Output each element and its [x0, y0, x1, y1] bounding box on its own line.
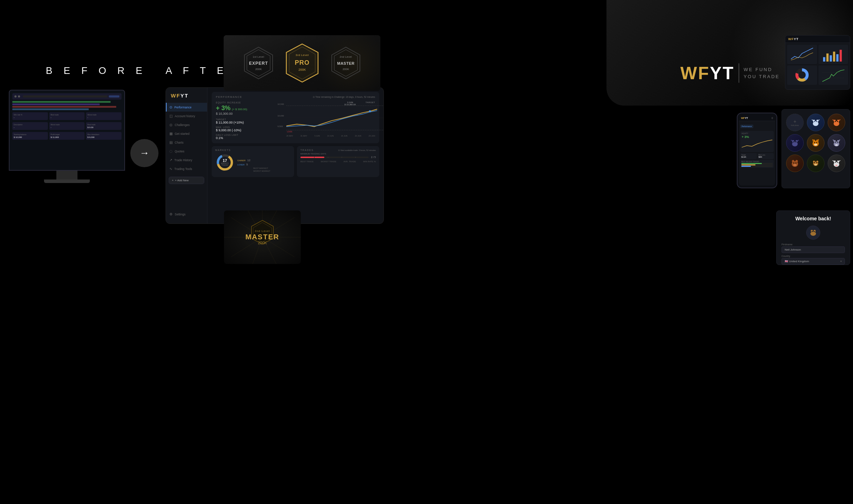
svg-point-105 [810, 232, 816, 236]
avatar-bear[interactable] [786, 155, 804, 172]
svg-point-85 [816, 162, 817, 163]
performance-section: PERFORMANCE ⊙ Time remaining in Challeng… [212, 92, 379, 143]
svg-point-49 [837, 121, 838, 122]
y-low: 9,500 [278, 125, 283, 127]
country-input[interactable]: 🇬🇧 United Kingdom ▾ [782, 258, 845, 265]
svg-point-78 [796, 163, 797, 164]
svg-text:200K: 200K [298, 68, 306, 71]
country-flag: 🇬🇧 [785, 260, 788, 263]
svg-point-91 [835, 165, 838, 166]
svg-point-48 [835, 121, 836, 122]
svg-rect-37 [822, 67, 844, 83]
y-high: 10,500 [278, 103, 284, 105]
svg-rect-30 [836, 54, 838, 62]
brand-tagline-2: YOU TRADE [743, 73, 780, 80]
settings-button[interactable]: ⚙ Settings [166, 210, 207, 219]
svg-point-59 [814, 142, 815, 143]
time-remaining: ⊙ Time remaining in Challenge: 19 days, … [313, 96, 375, 99]
avatar-dark-bull[interactable] [786, 134, 804, 152]
win-rate-label: WIN RATE % [363, 160, 376, 163]
challenges-label: Challenges [175, 123, 190, 127]
avatar-grid: + Add photo [782, 109, 850, 188]
sidebar-item-get-started[interactable]: ▦ Get started [166, 129, 207, 138]
settings-icon: ⚙ [169, 212, 173, 216]
sidebar-item-performance[interactable]: ⊙ Performance [166, 103, 207, 112]
svg-point-108 [812, 231, 812, 232]
add-new-button[interactable]: + + Add New [169, 177, 204, 184]
svg-text:PRO: PRO [294, 59, 309, 66]
svg-rect-26 [823, 57, 825, 62]
svg-point-70 [837, 142, 838, 143]
avatar-tiger[interactable] [807, 134, 824, 152]
svg-point-54 [796, 141, 797, 143]
arrow-button[interactable]: → [130, 139, 158, 167]
quotes-label: Quotes [175, 150, 184, 153]
svg-rect-24 [791, 46, 813, 63]
equity-percent: + 3% [216, 105, 231, 112]
equity-label: EQUITY INCREASE [216, 101, 278, 104]
daily-loss-value: 0.1% [216, 136, 278, 140]
svg-rect-27 [826, 53, 828, 62]
sidebar-item-account-history[interactable]: ◫ Account history [166, 112, 207, 120]
svg-text:2nd Level: 2nd Level [340, 56, 352, 58]
svg-point-90 [837, 162, 838, 163]
monitor-container: Win rate % - Best trade - Worst trade - … [9, 90, 125, 183]
trades-title: TRADES [300, 149, 313, 151]
svg-point-53 [793, 141, 795, 143]
svg-text:MASTER: MASTER [337, 61, 354, 65]
svg-point-45 [834, 121, 839, 126]
avatar-bull1[interactable] [807, 114, 824, 131]
sidebar-item-quotes[interactable]: ◌ Quotes [166, 147, 207, 156]
svg-text:LOSS: LOSS [287, 131, 292, 133]
max-loss-label-sm: MAX. LOSS [216, 126, 278, 128]
firstname-label: Firstname [782, 243, 845, 246]
svg-point-3 [369, 110, 371, 112]
svg-text:EXPERT: EXPERT [249, 61, 268, 66]
min-days-label: MINIMUM TRADING DAYS [300, 153, 376, 155]
svg-point-50 [792, 141, 798, 146]
target-value-sm: $ 11,000.00 (+10%) [216, 121, 278, 124]
level-2-pro: 3rd Level PRO 200K [283, 42, 322, 84]
chart-target-label: TARGET [366, 101, 375, 103]
max-loss-value-sm: $ 9,000.00 (-10%) [216, 128, 278, 132]
avatar-cow[interactable] [828, 155, 845, 172]
svg-point-69 [835, 142, 836, 143]
brand-tagline-1: WE FUND [743, 66, 780, 73]
firstname-input[interactable]: Neil Johnson [782, 246, 845, 253]
avatar-wolf[interactable] [828, 134, 845, 152]
y-mid: 10,000 [278, 115, 284, 117]
svg-point-40 [813, 121, 818, 126]
sidebar-logo: WFYT [166, 88, 207, 103]
sidebar-item-challenges[interactable]: ◎ Challenges [166, 120, 207, 129]
account-history-label: Account history [175, 114, 195, 118]
svg-rect-28 [829, 55, 832, 62]
svg-point-109 [814, 231, 815, 232]
add-photo-cell[interactable]: + Add photo [786, 114, 804, 131]
avatar-bull2[interactable] [828, 114, 845, 131]
sidebar-item-trade-history[interactable]: ↗ Trade History [166, 156, 207, 164]
svg-point-72 [792, 160, 795, 163]
svg-text:200K: 200K [342, 68, 349, 71]
trading-tools-label: Trading Tools [174, 167, 192, 171]
worst-trade-label: WORST TRADE [321, 160, 336, 163]
country-value: United Kingdom [789, 260, 809, 263]
svg-point-83 [814, 164, 817, 166]
sidebar-item-charts[interactable]: ▤ Charts [166, 138, 207, 147]
sidebar-item-trading-tools[interactable]: ∿ Trading Tools [166, 164, 207, 173]
top-right-ui-area: WFYT [785, 35, 850, 90]
performance-icon: ⊙ [169, 105, 172, 109]
svg-point-60 [816, 142, 817, 143]
get-started-label: Get started [175, 132, 189, 136]
gainer-label: GAINER [237, 159, 245, 162]
svg-point-58 [814, 144, 817, 146]
levels-area: 1st Level EXPERT 200K 3rd Level PRO 200K… [224, 35, 380, 91]
welcome-section: Welcome back! Firstname Neil Johnson Cou… [776, 210, 850, 265]
svg-text:200K: 200K [255, 68, 262, 71]
avatar-lion[interactable] [807, 155, 824, 172]
level-1-expert: 1st Level EXPERT 200K [243, 45, 274, 81]
equity-sub: (+ $ 300.00) [232, 108, 247, 111]
dashboard-container: WFYT ⊙ Performance ◫ Account history ◎ C… [166, 87, 384, 224]
welcome-title: Welcome back! [782, 216, 845, 221]
markets-title: MARKETS [215, 149, 291, 151]
brand-area: WFWFYTYT WE FUND YOU TRADE [680, 63, 780, 83]
